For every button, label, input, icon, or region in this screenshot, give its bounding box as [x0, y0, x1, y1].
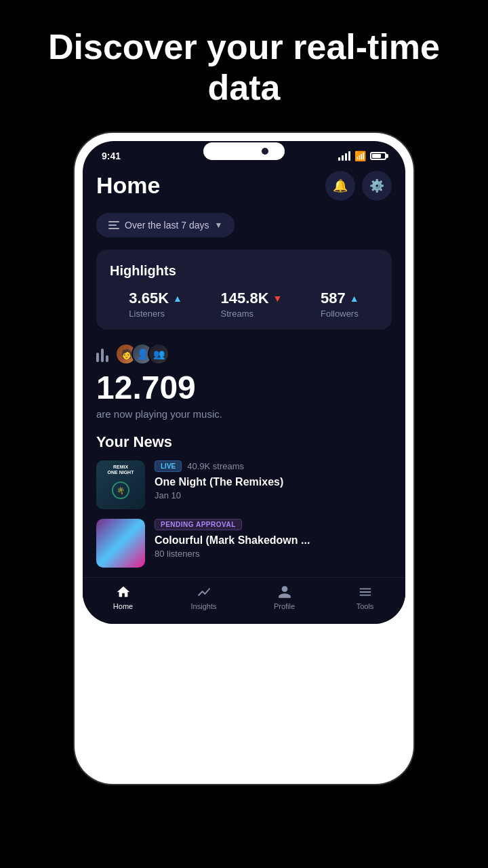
- stat-streams: 145.8K ▼ Streams: [221, 290, 283, 319]
- camera-dot: [262, 148, 268, 155]
- nav-profile[interactable]: Profile: [244, 585, 325, 610]
- colourful-thumbnail: [96, 519, 145, 568]
- stat-followers-value-row: 587 ▲: [321, 290, 359, 307]
- stat-listeners-value-row: 3.65K ▲: [129, 290, 182, 307]
- highlights-title: Highlights: [110, 263, 378, 279]
- news-sub-1: 80 listeners: [155, 549, 392, 559]
- stat-streams-value-row: 145.8K ▼: [221, 290, 283, 307]
- app-header: Home 🔔 ⚙️: [96, 171, 392, 201]
- bottom-nav: Home Insights Profile: [83, 577, 405, 624]
- news-title-1: Colourful (Mark Shakedown ...: [155, 534, 392, 547]
- phone-frame: 9:41 📶 Home 🔔: [75, 133, 413, 784]
- header-buttons: 🔔 ⚙️: [325, 171, 392, 201]
- signal-icon: [338, 151, 350, 161]
- filter-icon: [108, 221, 119, 229]
- chevron-down-icon: ▼: [215, 220, 223, 230]
- live-badge: LIVE: [155, 460, 182, 472]
- nav-insights-label: Insights: [191, 602, 217, 610]
- streams-down-icon: ▼: [273, 293, 283, 304]
- news-badge-row-1: PENDING APPROVAL: [155, 519, 392, 530]
- news-thumbnail-0: REMIXONE NIGHT 🌴: [96, 460, 145, 509]
- stat-listeners-value: 3.65K: [129, 290, 169, 307]
- status-icons: 📶: [338, 151, 386, 161]
- news-info-1: PENDING APPROVAL Colourful (Mark Shakedo…: [155, 519, 392, 559]
- nav-insights[interactable]: Insights: [163, 585, 244, 610]
- stat-listeners-label: Listeners: [129, 309, 182, 319]
- highlights-stats: 3.65K ▲ Listeners 145.8K ▼ Streams: [110, 290, 378, 319]
- phone-screen: 9:41 📶 Home 🔔: [83, 141, 405, 625]
- news-item-1[interactable]: PENDING APPROVAL Colourful (Mark Shakedo…: [96, 519, 392, 568]
- nav-tools[interactable]: Tools: [325, 585, 405, 610]
- stat-followers: 587 ▲ Followers: [321, 290, 359, 319]
- notification-button[interactable]: 🔔: [325, 171, 355, 201]
- page-wrapper: Discover your real-time data 9:41 📶: [0, 0, 488, 868]
- nav-home-label: Home: [113, 602, 133, 610]
- hero-title: Discover your real-time data: [0, 27, 488, 108]
- stat-listeners: 3.65K ▲ Listeners: [129, 290, 182, 319]
- stat-followers-value: 587: [321, 290, 346, 307]
- profile-icon: [277, 585, 292, 599]
- stat-streams-label: Streams: [221, 309, 283, 319]
- now-playing-text: are now playing your music.: [96, 408, 392, 420]
- insights-icon: [197, 585, 211, 599]
- filter-dropdown[interactable]: Over the last 7 days ▼: [96, 213, 235, 237]
- home-icon: [116, 585, 131, 599]
- analytics-icon: [96, 346, 108, 362]
- stat-streams-value: 145.8K: [221, 290, 269, 307]
- highlights-card: Highlights 3.65K ▲ Listeners 145.8K: [96, 250, 392, 330]
- nav-tools-label: Tools: [357, 602, 374, 610]
- nav-home[interactable]: Home: [83, 585, 163, 610]
- settings-button[interactable]: ⚙️: [362, 171, 392, 201]
- news-sub-0: Jan 10: [155, 490, 392, 500]
- stat-followers-label: Followers: [321, 309, 359, 319]
- followers-up-icon: ▲: [350, 293, 359, 304]
- nav-profile-label: Profile: [274, 602, 295, 610]
- battery-icon: [370, 152, 386, 160]
- page-title: Home: [96, 172, 160, 199]
- filter-label: Over the last 7 days: [125, 220, 209, 231]
- news-title-0: One Night (The Remixes): [155, 476, 392, 488]
- status-time: 9:41: [102, 151, 121, 161]
- news-badge-row-0: LIVE 40.9K streams: [155, 460, 392, 472]
- remix-thumbnail: REMIXONE NIGHT 🌴: [96, 460, 145, 509]
- now-playing-count: 12.709: [96, 370, 392, 406]
- avatar-3: 👥: [148, 343, 169, 365]
- your-news-title: Your News: [96, 433, 392, 451]
- news-info-0: LIVE 40.9K streams One Night (The Remixe…: [155, 460, 392, 500]
- now-playing-header: 🧑 👤 👥: [96, 343, 392, 365]
- news-item-0[interactable]: REMIXONE NIGHT 🌴 LIVE 40.9K streams: [96, 460, 392, 509]
- news-streams-0: 40.9K streams: [187, 461, 244, 471]
- listeners-up-icon: ▲: [173, 293, 182, 304]
- notch: [203, 142, 285, 160]
- news-thumbnail-1: [96, 519, 145, 568]
- pending-badge: PENDING APPROVAL: [155, 519, 242, 530]
- now-playing-section: 🧑 👤 👥 12.709 are now playing your music.: [96, 343, 392, 420]
- your-news-section: Your News REMIXONE NIGHT 🌴: [96, 433, 392, 568]
- wifi-icon: 📶: [354, 151, 366, 161]
- listener-avatars: 🧑 👤 👥: [115, 343, 169, 365]
- tools-icon: [358, 585, 373, 599]
- app-content: Home 🔔 ⚙️ Over the last 7 days ▼: [83, 165, 405, 578]
